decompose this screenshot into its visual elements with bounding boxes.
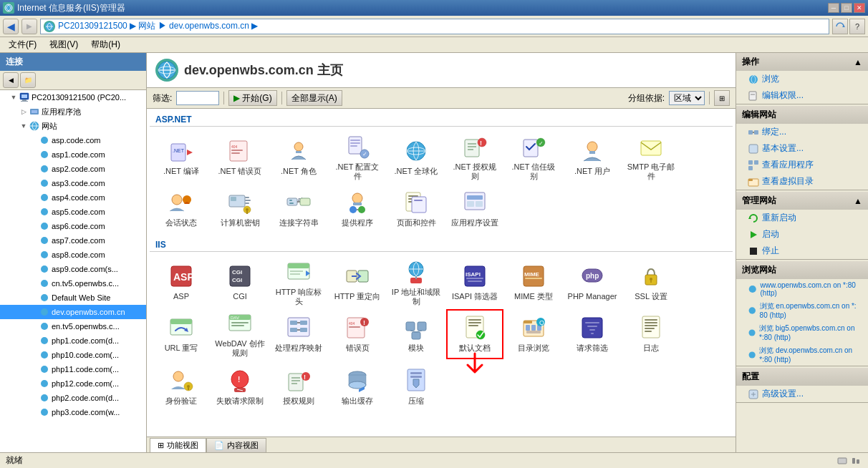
- sidebar-item-asp9[interactable]: asp9.code.com(s...: [0, 262, 146, 276]
- icon-dir-browse[interactable]: Q 目录浏览: [505, 309, 562, 359]
- icon-http-redirect[interactable]: HTTP 重定向: [329, 258, 386, 308]
- icon-url-rewrite[interactable]: URL 重写: [153, 309, 210, 359]
- icon-output-cache[interactable]: 输出缓存: [329, 362, 386, 412]
- sidebar-item-default[interactable]: Default Web Site: [0, 291, 146, 305]
- svg-rect-171: [645, 331, 652, 332]
- sidebar-item-asp3[interactable]: asp3.code.com: [0, 176, 146, 190]
- forward-button[interactable]: ▶: [21, 19, 37, 34]
- icon-php[interactable]: php PHP Manager: [564, 258, 621, 308]
- icon-compress[interactable]: 压缩: [387, 362, 445, 412]
- panel-manage-collapse[interactable]: ▲: [854, 196, 862, 206]
- close-button[interactable]: ✕: [854, 3, 865, 13]
- sidebar-item-php2[interactable]: php2.code.com(d...: [0, 391, 146, 405]
- showall-button[interactable]: 全部显示(A): [286, 90, 342, 106]
- icon-dotnet-trust[interactable]: ✓ .NET 信任级别: [505, 132, 562, 182]
- maximize-button[interactable]: □: [841, 3, 852, 13]
- sidebar-item-asp7[interactable]: asp7.code.com: [0, 233, 146, 248]
- tab-feature-view[interactable]: ⊞ 功能视图: [150, 438, 206, 452]
- browse-dev-label: 浏览 dev.openwbs.com.cn on *:80 (http): [759, 346, 857, 364]
- icon-ssl[interactable]: SSL 设置: [622, 258, 680, 308]
- sidebar-item-server[interactable]: ▼ PC201309121500 (PC20...: [0, 90, 146, 104]
- icon-error-page[interactable]: 404! 错误页: [329, 309, 386, 359]
- panel-browse-dev[interactable]: 浏览 dev.openwbs.com.cn on *:80 (http): [736, 343, 868, 366]
- sidebar-item-php11[interactable]: php11.code.com(...: [0, 362, 146, 376]
- icon-cgi[interactable]: CGICGI CGI: [211, 258, 269, 308]
- icon-pages[interactable]: 页面和控件: [387, 184, 445, 234]
- sidebar-item-cntv5[interactable]: cn.tv5.openwbs.c...: [0, 276, 146, 291]
- edit-perm-icon: [748, 90, 759, 102]
- panel-start[interactable]: 启动: [736, 226, 868, 243]
- icon-http-response[interactable]: HTTP 响应标头: [270, 258, 327, 308]
- panel-browse-www[interactable]: www.openwbs.com.cn on *:80 (http): [736, 279, 868, 299]
- sidebar-item-apppool[interactable]: ▷ 应用程序池: [0, 104, 146, 119]
- menu-help[interactable]: 帮助(H): [85, 37, 126, 52]
- sidebar-item-asp2[interactable]: asp2.code.com: [0, 162, 146, 176]
- sidebar-item-asp[interactable]: asp.code.com: [0, 133, 146, 147]
- icon-dotnet-auth[interactable]: ! .NET 授权规则: [446, 132, 503, 182]
- group-select[interactable]: 区域: [669, 91, 705, 105]
- panel-view-vdir[interactable]: 查看虚拟目录: [736, 173, 868, 190]
- icon-default-doc[interactable]: 默认文档: [446, 309, 503, 359]
- icon-auth[interactable]: 身份验证: [153, 362, 210, 412]
- sidebar-item-php10[interactable]: php10.code.com(...: [0, 348, 146, 362]
- icon-failed-req[interactable]: ! 失败请求限制: [211, 362, 269, 412]
- icon-authz[interactable]: ! 授权规则: [270, 362, 327, 412]
- sidebar-item-dev[interactable]: dev.openwbs.com.cn: [0, 305, 146, 319]
- panel-browse[interactable]: 浏览: [736, 71, 868, 87]
- sidebar-item-sites[interactable]: ▼ 网站: [0, 119, 146, 133]
- help-button[interactable]: ?: [849, 19, 865, 34]
- icon-provider[interactable]: 提供程序: [329, 184, 386, 234]
- filter-input[interactable]: [176, 91, 219, 105]
- view-icon-button[interactable]: ⊞: [714, 90, 730, 106]
- icon-asp[interactable]: ASP ASP: [153, 258, 210, 308]
- svg-point-73: [246, 208, 249, 211]
- icon-request-filter[interactable]: 请求筛选: [564, 309, 621, 359]
- sidebar-item-asp5[interactable]: asp5.code.com: [0, 205, 146, 219]
- icon-ip-restrict[interactable]: IP 地址和域限制: [387, 258, 445, 308]
- refresh-button[interactable]: [832, 19, 848, 34]
- menu-view[interactable]: 视图(V): [44, 37, 84, 52]
- sidebar-item-asp1[interactable]: asp1.code.com: [0, 147, 146, 162]
- sidebar-toolbar-btn2[interactable]: 📁: [20, 72, 36, 88]
- panel-restart[interactable]: 重新启动: [736, 210, 868, 226]
- sidebar-item-php1[interactable]: php1.code.com(d...: [0, 333, 146, 348]
- menu-file[interactable]: 文件(F): [3, 37, 42, 52]
- icon-log[interactable]: 日志: [622, 309, 680, 359]
- sidebar-item-asp4[interactable]: asp4.code.com: [0, 190, 146, 205]
- icon-connection[interactable]: ab 连接字符串: [270, 184, 327, 234]
- icon-session[interactable]: 会话状态: [153, 184, 210, 234]
- icon-smtp[interactable]: SMTP 电子邮件: [622, 132, 680, 182]
- tab-content-view[interactable]: 📄 内容视图: [206, 438, 266, 452]
- icon-app-settings[interactable]: 应用程序设置: [446, 184, 503, 234]
- sidebar-toolbar-btn1[interactable]: ◀: [3, 72, 19, 88]
- icon-dotnet-config[interactable]: ✓ .NET 配置文件: [329, 132, 386, 182]
- icon-handler[interactable]: 处理程序映射: [270, 309, 327, 359]
- sidebar-item-asp8[interactable]: asp8.code.com: [0, 248, 146, 262]
- panel-bind[interactable]: 绑定...: [736, 124, 868, 140]
- icon-module[interactable]: 模块: [387, 309, 445, 359]
- panel-basic-settings[interactable]: 基本设置...: [736, 140, 868, 157]
- icon-machine-key[interactable]: 计算机密钥: [211, 184, 269, 234]
- sidebar-item-php12[interactable]: php12.code.com(...: [0, 376, 146, 391]
- sidebar-item-asp6[interactable]: asp6.code.com: [0, 219, 146, 233]
- sidebar-item-php3[interactable]: php3.code.com(w...: [0, 405, 146, 419]
- icon-dotnet-global[interactable]: .NET 全球化: [387, 132, 445, 182]
- icon-mime[interactable]: MIME MIME 类型: [505, 258, 562, 308]
- icon-isapi[interactable]: ISAPI ISAPI 筛选器: [446, 258, 503, 308]
- icon-dotnet-role[interactable]: .NET 角色: [270, 132, 327, 182]
- icon-dotnet-compile[interactable]: .NET .NET 编译: [153, 132, 210, 182]
- panel-stop[interactable]: 停止: [736, 243, 868, 259]
- start-button[interactable]: ▶ 开始(G): [228, 90, 276, 106]
- panel-view-apps[interactable]: 查看应用程序: [736, 157, 868, 173]
- panel-ops-collapse[interactable]: ▲: [854, 57, 862, 67]
- minimize-button[interactable]: ─: [828, 3, 839, 13]
- back-button[interactable]: ◀: [3, 19, 19, 34]
- panel-browse-en[interactable]: 浏览 en.openwbs.com.cn on *:80 (http): [736, 299, 868, 321]
- sidebar-item-entv5[interactable]: en.tv5.openwbs.c...: [0, 319, 146, 333]
- icon-dotnet-error[interactable]: 404 .NET 错误页: [211, 132, 269, 182]
- panel-edit-perm[interactable]: 编辑权限...: [736, 87, 868, 104]
- icon-dotnet-user[interactable]: .NET 用户: [564, 132, 621, 182]
- panel-browse-big5[interactable]: 浏览 big5.openwbs.com.cn on *:80 (http): [736, 321, 868, 343]
- icon-webdav[interactable]: DAV WebDAV 创作规则: [211, 309, 269, 359]
- panel-advanced[interactable]: 高级设置...: [736, 386, 868, 402]
